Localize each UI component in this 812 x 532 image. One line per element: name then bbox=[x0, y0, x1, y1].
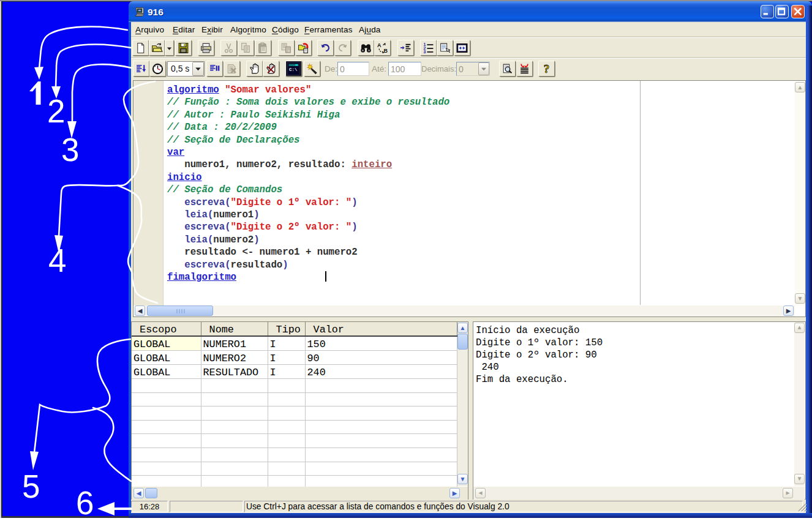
svg-text:3: 3 bbox=[61, 132, 79, 168]
svg-text:6: 6 bbox=[76, 485, 94, 521]
svg-text:2: 2 bbox=[47, 93, 65, 129]
svg-text:5: 5 bbox=[22, 468, 40, 504]
svg-text:4: 4 bbox=[48, 242, 66, 279]
